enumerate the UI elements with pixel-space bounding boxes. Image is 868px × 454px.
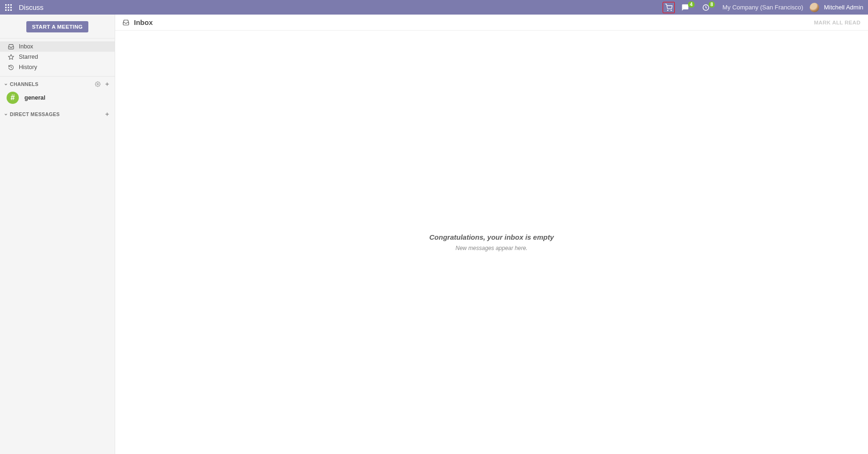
user-menu[interactable]: Mitchell Admin [810,3,863,12]
channel-name: general [24,94,45,101]
inbox-icon [8,43,14,50]
apps-icon[interactable] [5,4,12,11]
channels-section-label: CHANNELS [10,81,39,87]
sidebar: START A MEETING Inbox Starred History [0,15,115,454]
inbox-icon [123,19,129,26]
sidebar-item-inbox[interactable]: Inbox [0,41,115,52]
svg-rect-0 [5,4,7,6]
mailbox-list: Inbox Starred History [0,39,115,77]
app-title[interactable]: Discuss [19,3,44,11]
sidebar-item-history[interactable]: History [0,62,115,72]
dm-actions [104,111,110,117]
page-title: Inbox [134,18,153,26]
sidebar-item-label: History [19,64,37,70]
channels-add-button[interactable] [104,81,110,87]
plus-icon [104,81,110,87]
gear-icon [95,81,101,87]
activity-badge: 8 [709,1,715,8]
content-area: Inbox MARK ALL READ Congratulations, you… [115,15,868,454]
activity-button[interactable]: 8 [702,2,716,13]
messages-badge: 4 [688,1,695,8]
content-title-wrap: Inbox [123,18,153,26]
sidebar-item-label: Starred [19,54,38,60]
channel-item-general[interactable]: # general [0,90,115,107]
dm-toggle[interactable]: DIRECT MESSAGES [4,111,60,117]
svg-point-9 [667,10,668,10]
mark-all-read-button[interactable]: MARK ALL READ [814,20,860,25]
svg-rect-8 [10,9,12,11]
plus-icon [104,111,110,117]
content-body: Congratulations, your inbox is empty New… [115,31,868,454]
chevron-down-icon [4,112,8,117]
channels-actions [95,81,110,87]
channels-settings-button[interactable] [95,81,101,87]
cart-icon [665,4,673,11]
history-icon [8,64,14,70]
avatar [810,3,819,12]
svg-rect-5 [10,7,12,8]
empty-state-subtitle: New messages appear here. [455,245,527,251]
start-meeting-button[interactable]: START A MEETING [26,21,88,32]
navbar-left: Discuss [5,3,44,11]
empty-state-title: Congratulations, your inbox is empty [429,233,554,241]
hash-icon: # [7,92,19,104]
svg-rect-7 [8,9,9,11]
star-icon [8,54,14,60]
channels-toggle[interactable]: CHANNELS [4,81,39,87]
svg-rect-1 [8,4,9,6]
sidebar-top: START A MEETING [0,15,115,39]
svg-marker-12 [8,55,14,59]
user-name: Mitchell Admin [824,4,863,11]
top-navbar: Discuss 4 8 My Company (San Francisco) M… [0,0,868,15]
navbar-right: 4 8 My Company (San Francisco) Mitchell … [663,2,863,13]
messaging-button[interactable]: 4 [681,2,696,13]
channels-section-header: CHANNELS [0,77,115,90]
svg-rect-4 [8,7,9,8]
dm-section-header: DIRECT MESSAGES [0,107,115,120]
content-header: Inbox MARK ALL READ [115,15,868,31]
svg-rect-6 [5,9,7,11]
company-switcher[interactable]: My Company (San Francisco) [722,4,803,11]
dm-section-label: DIRECT MESSAGES [10,111,60,117]
svg-rect-3 [5,7,7,8]
svg-rect-2 [10,4,12,6]
svg-point-13 [97,84,99,85]
main: START A MEETING Inbox Starred History [0,15,868,454]
dm-add-button[interactable] [104,111,110,117]
sidebar-item-label: Inbox [19,43,33,50]
cart-button[interactable] [663,2,675,13]
svg-point-10 [671,10,672,10]
sidebar-item-starred[interactable]: Starred [0,52,115,62]
chevron-down-icon [4,82,8,86]
